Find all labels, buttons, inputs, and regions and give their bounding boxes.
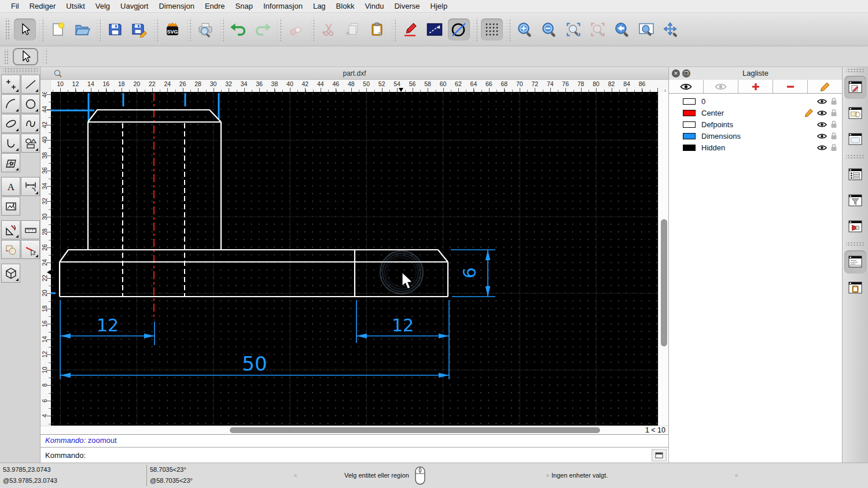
menu-velg[interactable]: Velg [90,2,115,10]
save-file-button[interactable] [104,19,126,40]
layer-visibility-icon[interactable] [817,145,827,151]
layer-visibility-button[interactable] [669,80,704,93]
blocks-window-button[interactable] [844,102,866,125]
svg-export-button[interactable]: SVG [161,19,183,40]
points-tool-button[interactable] [1,75,20,94]
vertical-scrollbar-thumb[interactable] [661,219,667,346]
menu-fil[interactable]: Fil [6,2,24,10]
layer-visibility-icon[interactable] [817,133,827,139]
layer-lock-icon[interactable] [830,143,837,151]
line-rectangle-button[interactable] [424,19,446,40]
menu-snap[interactable]: Snap [230,2,258,10]
layer-row[interactable]: Dimensions [669,130,842,142]
layer-remove-button[interactable] [773,80,808,93]
layer-visibility-icon[interactable] [817,121,827,128]
dimension-tool-button[interactable] [21,177,40,196]
ellipse-tool-button[interactable] [1,114,20,133]
menu-uavgjort[interactable]: Uavgjort [115,2,153,10]
filter-window-button[interactable] [844,189,866,212]
open-file-button[interactable] [71,19,93,40]
toolbar-drag-handle[interactable] [3,49,8,64]
menu-lag[interactable]: Lag [308,2,331,10]
zoom-auto-button[interactable] [562,19,584,40]
menu-informasjon[interactable]: Informasjon [258,2,308,10]
dimension-lines[interactable] [60,250,495,379]
layer-lock-icon[interactable] [830,132,837,140]
layer-visibility-icon[interactable] [817,98,827,105]
menu-dimensjon[interactable]: Dimensjon [153,2,199,10]
undo-button[interactable] [227,19,249,40]
new-file-button[interactable] [47,19,69,40]
layer-visibility-icon[interactable] [817,110,827,116]
menu-hjelp[interactable]: Hjelp [425,2,453,10]
drawing-canvas[interactable]: 12 12 50 6 [51,92,658,426]
delete-tool-button[interactable] [21,240,40,259]
dock-drag-handle[interactable] [846,69,865,73]
layer-visibility-dim-button[interactable] [704,80,738,93]
zoom-selection-button[interactable] [587,19,609,40]
edit-window-button[interactable] [844,76,866,99]
float-panel-icon[interactable]: ❐ [682,69,690,77]
arc-tool-button[interactable] [1,94,20,113]
command-input[interactable]: Kommando: [41,447,668,463]
zoom-window-button[interactable] [635,19,657,40]
selection-pointer-button[interactable] [13,48,38,65]
zoom-previous-button[interactable] [611,19,633,40]
command-window-button[interactable] [844,250,866,273]
shapes-tool-button[interactable] [21,134,40,153]
select-arrow-button[interactable] [14,19,36,40]
menu-rediger[interactable]: Rediger [24,2,61,10]
zoom-out-button[interactable] [538,19,560,40]
document-titlebar[interactable]: part.dxf [41,67,668,80]
menu-blokk[interactable]: Blokk [331,2,360,10]
vertical-scrollbar[interactable] [658,92,668,426]
polyline-tool-button[interactable] [1,134,20,153]
horizontal-scrollbar[interactable]: 1 < 10 [41,426,668,434]
zoom-pan-button[interactable] [660,19,682,40]
draw-pencil-button[interactable] [399,19,421,40]
layer-row[interactable]: 0 [669,95,842,107]
image-tool-button[interactable] [1,197,20,216]
grid-toggle-button[interactable] [481,19,503,40]
cut-button[interactable] [318,19,340,40]
close-icon[interactable]: ✕ [672,69,680,77]
palette-drag-handle[interactable] [3,68,38,73]
layer-row[interactable]: Center [669,107,842,119]
paste-button[interactable] [366,19,388,40]
library-window-button[interactable] [844,128,866,151]
command-detach-button[interactable] [652,449,667,461]
toolbar-drag-handle[interactable] [5,19,9,40]
layer-lock-icon[interactable] [830,97,837,105]
layer-add-button[interactable] [738,80,773,93]
select-tool-button[interactable] [1,240,20,259]
clipboard-window-button[interactable] [844,276,866,300]
eraser-button[interactable] [285,19,307,40]
save-file-as-button[interactable] [128,19,150,40]
layer-lock-icon[interactable] [830,120,837,128]
copy-button[interactable] [342,19,364,40]
zoom-in-button[interactable] [514,19,536,40]
layer-row[interactable]: Defpoints [669,119,842,130]
circle-line-button[interactable] [448,19,470,40]
solid-3d-tool-button[interactable] [1,264,20,283]
menu-endre[interactable]: Endre [200,2,230,10]
redo-button[interactable] [252,19,274,40]
text-tool-button[interactable]: A [1,177,20,196]
part-outline[interactable] [60,110,448,297]
hatch-tool-button[interactable] [1,153,20,172]
circle-tool-button[interactable] [21,94,40,113]
measure-tool-button[interactable] [21,220,40,239]
menu-diverse[interactable]: Diverse [389,2,425,10]
plugin-window-button[interactable] [844,215,866,238]
list-window-button[interactable] [844,163,866,186]
print-preview-button[interactable] [194,19,216,40]
menu-vindu[interactable]: Vindu [359,2,389,10]
layer-edit-button[interactable] [808,80,842,93]
spline-tool-button[interactable] [21,114,40,133]
menu-utsikt[interactable]: Utsikt [61,2,90,10]
layer-row[interactable]: Hidden [669,142,842,153]
line-tool-button[interactable] [21,75,40,94]
layer-lock-icon[interactable] [830,109,837,117]
horizontal-scrollbar-thumb[interactable] [230,427,600,433]
modify-tool-button[interactable] [1,220,20,239]
